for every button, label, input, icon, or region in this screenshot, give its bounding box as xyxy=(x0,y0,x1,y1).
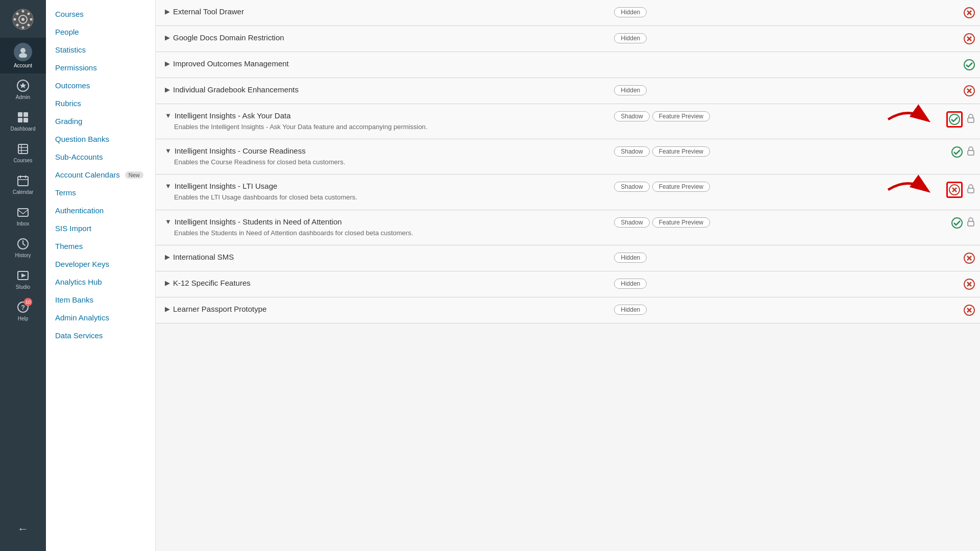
status-icon-learner-passport-prototype[interactable] xyxy=(964,305,975,316)
sidebar-item-rubrics[interactable]: Rubrics xyxy=(46,94,155,112)
svg-rect-49 xyxy=(968,188,974,193)
feature-title-intelligent-insights-students: Intelligent Insights - Students in Need … xyxy=(175,217,342,226)
feature-desc-intelligent-insights-course-readiness: Enables the Course Readiness for closed … xyxy=(174,158,600,167)
feature-row-intelligent-insights-ask-your-data: ▼ Intelligent Insights - Ask Your Data E… xyxy=(156,104,980,139)
status-toggle-intelligent-insights-lti-usage[interactable] xyxy=(946,182,963,198)
status-icon-external-tool-drawer[interactable] xyxy=(964,7,975,18)
svg-point-8 xyxy=(28,24,30,27)
sidebar-item-grading[interactable]: Grading xyxy=(46,112,155,130)
feature-chevron-external-tool-drawer[interactable]: ▶ xyxy=(165,8,170,15)
feature-badge-external-tool-drawer: Hidden xyxy=(614,7,647,17)
sidebar-permissions-label: Permissions xyxy=(55,63,97,72)
status-icon-international-sms[interactable] xyxy=(964,253,975,264)
feature-chevron-intelligent-insights-ask-your-data[interactable]: ▼ xyxy=(165,112,172,119)
feature-desc-intelligent-insights-lti-usage: Enables the LTI Usage dashboards for clo… xyxy=(174,193,600,202)
nav-admin[interactable]: Admin xyxy=(0,73,46,105)
sidebar-statistics-label: Statistics xyxy=(55,45,86,54)
feature-chevron-google-docs-domain-restriction[interactable]: ▶ xyxy=(165,34,170,41)
feature-chevron-intelligent-insights-lti-usage[interactable]: ▼ xyxy=(165,182,172,190)
feature-chevron-intelligent-insights-course-readiness[interactable]: ▼ xyxy=(165,147,172,155)
sidebar-analytics-hub-label: Analytics Hub xyxy=(55,278,102,286)
lock-icon-intelligent-insights-students xyxy=(967,217,975,229)
svg-rect-17 xyxy=(23,118,28,122)
sidebar-item-sis-import[interactable]: SIS Import xyxy=(46,219,155,237)
sidebar-item-account-calendars[interactable]: Account Calendars New xyxy=(46,166,155,184)
feature-row-intelligent-insights-course-readiness: ▼ Intelligent Insights - Course Readines… xyxy=(156,139,980,174)
sidebar-item-item-banks[interactable]: Item Banks xyxy=(46,291,155,309)
svg-rect-16 xyxy=(18,118,22,122)
help-icon: ? 10 xyxy=(16,300,30,314)
sidebar-item-terms[interactable]: Terms xyxy=(46,184,155,202)
svg-point-10 xyxy=(16,24,19,27)
feature-chevron-individual-gradebook-enhancements[interactable]: ▶ xyxy=(165,86,170,93)
sidebar-item-analytics-hub[interactable]: Analytics Hub xyxy=(46,273,155,291)
nav-studio[interactable]: Studio xyxy=(0,263,46,295)
feature-row-external-tool-drawer: ▶ External Tool Drawer Hidden xyxy=(156,0,980,26)
sidebar-item-permissions[interactable]: Permissions xyxy=(46,59,155,77)
sidebar-item-authentication[interactable]: Authentication xyxy=(46,202,155,219)
svg-point-38 xyxy=(964,60,974,70)
sidebar-data-services-label: Data Services xyxy=(55,331,103,340)
feature-chevron-learner-passport-prototype[interactable]: ▶ xyxy=(165,305,170,313)
svg-point-7 xyxy=(16,13,19,15)
sidebar-item-people[interactable]: People xyxy=(46,23,155,41)
svg-marker-29 xyxy=(21,273,26,278)
feature-row-intelligent-insights-students: ▼ Intelligent Insights - Students in Nee… xyxy=(156,210,980,245)
sidebar-item-sub-accounts[interactable]: Sub-Accounts xyxy=(46,148,155,166)
sidebar-account-calendars-label: Account Calendars xyxy=(55,170,120,179)
nav-help[interactable]: ? 10 Help xyxy=(0,295,46,327)
svg-rect-26 xyxy=(18,209,28,216)
status-icon-google-docs-domain-restriction[interactable] xyxy=(964,33,975,44)
feature-title-external-tool-drawer: External Tool Drawer xyxy=(173,7,244,16)
nav-inbox[interactable]: Inbox xyxy=(0,200,46,232)
history-icon xyxy=(16,237,30,251)
feature-chevron-international-sms[interactable]: ▶ xyxy=(165,253,170,261)
feature-title-k12-specific-features: K-12 Specific Features xyxy=(173,279,251,287)
nav-account[interactable]: Account xyxy=(0,38,46,73)
nav-dashboard[interactable]: Dashboard xyxy=(0,105,46,137)
status-icon-intelligent-insights-students[interactable] xyxy=(951,217,963,229)
sidebar-item-developer-keys[interactable]: Developer Keys xyxy=(46,255,155,273)
nav-admin-label: Admin xyxy=(16,94,30,100)
svg-rect-45 xyxy=(968,151,974,155)
main-content: ▶ External Tool Drawer Hidden ▶ Google D… xyxy=(156,0,980,551)
feature-chevron-improved-outcomes-management[interactable]: ▶ xyxy=(165,60,170,67)
lock-icon-intelligent-insights-ask-your-data xyxy=(967,114,975,125)
feature-title-improved-outcomes-management: Improved Outcomes Management xyxy=(173,59,289,68)
svg-point-44 xyxy=(952,147,962,157)
sidebar-rubrics-label: Rubrics xyxy=(55,99,81,108)
sidebar-item-admin-analytics[interactable]: Admin Analytics xyxy=(46,309,155,327)
collapse-nav-button[interactable]: ← xyxy=(12,517,34,541)
sidebar-terms-label: Terms xyxy=(55,188,76,197)
sidebar-item-themes[interactable]: Themes xyxy=(46,237,155,255)
feature-row-google-docs-domain-restriction: ▶ Google Docs Domain Restriction Hidden xyxy=(156,26,980,52)
status-icon-intelligent-insights-course-readiness[interactable] xyxy=(951,146,963,158)
sidebar-item-courses[interactable]: Courses xyxy=(46,5,155,23)
sidebar-grading-label: Grading xyxy=(55,117,82,126)
status-toggle-intelligent-insights-ask-your-data[interactable] xyxy=(946,111,963,128)
sidebar-sis-import-label: SIS Import xyxy=(55,224,91,233)
nav-history-label: History xyxy=(15,253,31,258)
sidebar-item-statistics[interactable]: Statistics xyxy=(46,41,155,59)
sidebar-outcomes-label: Outcomes xyxy=(55,81,90,90)
icon-nav: Account Admin Dashboard xyxy=(0,0,46,551)
nav-courses-label: Courses xyxy=(13,158,32,163)
feature-badge-intelligent-insights-students: Shadow xyxy=(614,217,649,228)
nav-calendar[interactable]: Calendar xyxy=(0,168,46,200)
courses-icon xyxy=(16,142,30,156)
feature-chevron-intelligent-insights-students[interactable]: ▼ xyxy=(165,218,172,226)
nav-inbox-label: Inbox xyxy=(17,221,29,227)
feature-badge-intelligent-insights-course-readiness: Shadow xyxy=(614,146,649,157)
svg-rect-14 xyxy=(18,112,22,117)
status-icon-individual-gradebook-enhancements[interactable] xyxy=(964,85,975,96)
sidebar-item-question-banks[interactable]: Question Banks xyxy=(46,130,155,148)
nav-history[interactable]: History xyxy=(0,232,46,263)
status-icon-k12-specific-features[interactable] xyxy=(964,279,975,290)
sidebar-item-data-services[interactable]: Data Services xyxy=(46,327,155,344)
feature-badge-individual-gradebook-enhancements: Hidden xyxy=(614,85,647,95)
sidebar-item-outcomes[interactable]: Outcomes xyxy=(46,77,155,94)
feature-chevron-k12-specific-features[interactable]: ▶ xyxy=(165,279,170,287)
nav-courses[interactable]: Courses xyxy=(0,137,46,168)
feature-badge-intelligent-insights-lti-usage: Feature Preview xyxy=(652,182,710,192)
status-icon-improved-outcomes-management[interactable] xyxy=(964,59,975,70)
